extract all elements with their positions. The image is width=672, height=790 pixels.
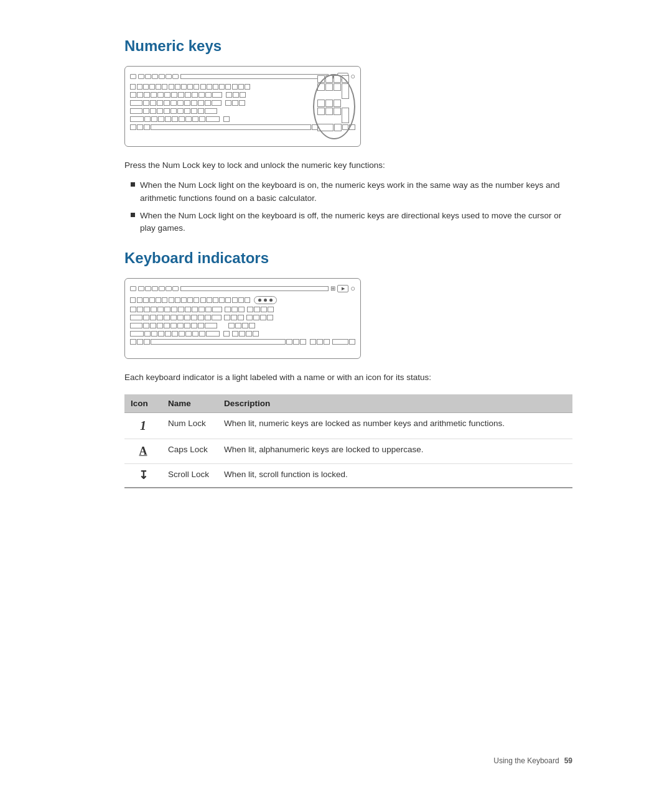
bullet-item-2: When the Num Lock light on the keyboard … <box>131 210 572 235</box>
bullet-item-1: When the Num Lock light on the keyboard … <box>131 179 572 205</box>
indicators-table: Icon Name Description 1 Num Lock When li… <box>124 394 572 489</box>
name-capslock: Caps Lock <box>162 439 218 463</box>
section-title-numeric-keys: Numeric keys <box>124 37 572 55</box>
desc-numlock: When lit, numeric keys are locked as num… <box>218 412 572 439</box>
name-numlock: Num Lock <box>162 412 218 439</box>
indicator-dot-2 <box>264 299 267 302</box>
icon-numlock: 1 <box>124 412 162 439</box>
table-header-icon: Icon <box>124 394 162 413</box>
desc-scrolllock: When lit, scroll function is locked. <box>218 463 572 488</box>
icon-capslock: A <box>124 439 162 463</box>
table-header-name: Name <box>162 394 218 413</box>
name-scrolllock: Scroll Lock <box>162 463 218 488</box>
desc-capslock: When lit, alphanumeric keys are locked t… <box>218 439 572 463</box>
bullet-icon-1 <box>131 182 135 187</box>
footer-page-number: 59 <box>564 756 572 765</box>
section-title-keyboard-indicators: Keyboard indicators <box>124 249 572 267</box>
table-row: ↧ Scroll Lock When lit, scroll function … <box>124 463 572 488</box>
footer-text: Using the Keyboard <box>493 756 559 765</box>
indicator-dot-1 <box>258 299 261 302</box>
page-footer: Using the Keyboard 59 <box>493 756 572 765</box>
numeric-keys-intro: Press the Num Lock key to lock and unloc… <box>124 159 572 172</box>
table-header-description: Description <box>218 394 572 413</box>
table-row: 1 Num Lock When lit, numeric keys are lo… <box>124 412 572 439</box>
keyboard-indicators-intro: Each keyboard indicator is a light label… <box>124 371 572 384</box>
icon-scrolllock: ↧ <box>124 463 162 488</box>
table-row: A Caps Lock When lit, alphanumeric keys … <box>124 439 572 463</box>
keyboard-diagram-2: ⊞ ▶ ○ <box>124 278 572 359</box>
bullet-icon-2 <box>131 213 135 217</box>
numeric-keys-bullets: When the Num Lock light on the keyboard … <box>124 179 572 235</box>
keyboard-diagram-1: ⊞ ▶ ○ <box>124 66 572 147</box>
indicator-dot-3 <box>269 299 273 302</box>
